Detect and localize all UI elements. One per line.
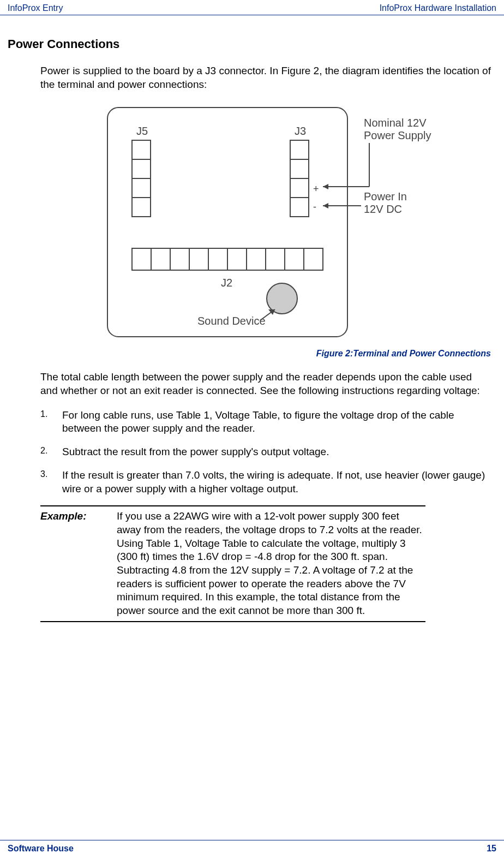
example-body: If you use a 22AWG wire with a 12-volt p…	[117, 510, 425, 618]
list-number: 1.	[40, 409, 62, 436]
paragraph-2: The total cable length between the power…	[40, 371, 491, 397]
svg-point-19	[267, 283, 297, 314]
page-header: InfoProx Entry InfoProx Hardware Install…	[0, 0, 504, 15]
page-footer: Software House 15	[0, 840, 504, 859]
figure-caption: Figure 2:Terminal and Power Connections	[8, 349, 491, 359]
figure-2: J5 J3 + - J2 Sou	[8, 102, 496, 344]
example-label: Example:	[40, 510, 117, 618]
svg-rect-0	[107, 108, 347, 337]
list-number: 3.	[40, 469, 62, 496]
label-sound: Sound Device	[197, 315, 266, 327]
list-text: If the result is greater than 7.0 volts,…	[62, 469, 491, 496]
header-right: InfoProx Hardware Installation	[380, 3, 496, 13]
label-j3: J3	[295, 125, 306, 137]
list-text: Subtract the result from the power suppl…	[62, 445, 491, 459]
section-title: Power Connections	[8, 37, 496, 51]
list-item: 3. If the result is greater than 7.0 vol…	[40, 469, 491, 496]
list-number: 2.	[40, 445, 62, 459]
list-item: 1. For long cable runs, use Table 1, Vol…	[40, 409, 491, 436]
svg-marker-26	[323, 203, 328, 208]
svg-marker-24	[323, 184, 328, 189]
footer-page-number: 15	[487, 844, 496, 854]
intro-paragraph: Power is supplied to the board by a J3 c…	[40, 64, 491, 91]
label-plus: +	[313, 183, 319, 194]
label-nominal-2: Power Supply	[364, 129, 431, 141]
footer-left: Software House	[8, 844, 74, 854]
instruction-list: 1. For long cable runs, use Table 1, Vol…	[40, 409, 491, 496]
label-powerin-2: 12V DC	[364, 203, 402, 215]
header-left: InfoProx Entry	[8, 3, 63, 13]
list-text: For long cable runs, use Table 1, Voltag…	[62, 409, 491, 436]
label-powerin-1: Power In	[364, 190, 407, 202]
list-item: 2. Subtract the result from the power su…	[40, 445, 491, 459]
label-j5: J5	[136, 125, 148, 137]
example-box: Example: If you use a 22AWG wire with a …	[40, 505, 425, 622]
terminal-diagram: J5 J3 + - J2 Sou	[102, 102, 446, 342]
label-j2: J2	[221, 277, 232, 289]
page-content: Power Connections Power is supplied to t…	[0, 15, 504, 622]
label-nominal-1: Nominal 12V	[364, 117, 427, 129]
label-minus: -	[313, 201, 316, 212]
